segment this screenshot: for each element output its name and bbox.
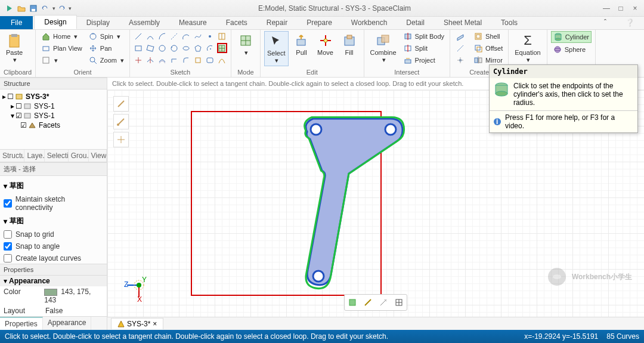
pan-button[interactable]: Pan <box>86 43 126 54</box>
axis-icon[interactable] <box>454 43 467 54</box>
corner-icon[interactable] <box>169 55 179 65</box>
paste-button[interactable]: Paste▾ <box>4 31 25 65</box>
split-curve-icon[interactable] <box>145 55 156 65</box>
tab-repair[interactable]: Repair <box>257 16 297 29</box>
plane-icon[interactable] <box>454 31 467 42</box>
tab-design[interactable]: Design <box>34 15 76 29</box>
window-close[interactable]: × <box>630 4 640 13</box>
zoom-button[interactable]: Zoom▾ <box>86 55 126 66</box>
sketch-mode-icon[interactable] <box>217 43 227 53</box>
structure-tree[interactable]: ▸☐SYS-3* ▸☐SYS-1 ▾☑SYS-1 ☑Facets <box>0 89 107 149</box>
view-grid-icon[interactable] <box>392 296 405 309</box>
tab-groups[interactable]: Grou... <box>69 150 89 162</box>
construction-line-icon[interactable] <box>169 31 179 41</box>
line-icon[interactable] <box>134 31 144 41</box>
tool-line[interactable] <box>113 96 129 112</box>
point-icon[interactable] <box>205 31 215 41</box>
sweep-arc-icon[interactable] <box>205 43 215 53</box>
tab-structure[interactable]: Structu... <box>0 150 24 162</box>
snap-angle-checkbox[interactable]: Snap to angle <box>4 240 103 252</box>
view-edit-icon[interactable] <box>361 296 374 309</box>
fill-button[interactable]: Fill <box>339 31 360 57</box>
tab-assembly[interactable]: Assembly <box>119 16 169 29</box>
cylinder-button[interactable]: Cylinder <box>551 31 592 43</box>
project-to-sketch-icon[interactable] <box>193 55 203 65</box>
tangent-arc-icon[interactable] <box>181 31 191 41</box>
tool-sketch[interactable] <box>113 114 129 129</box>
window-restore[interactable]: □ <box>615 4 626 13</box>
mode-button[interactable]: ▾ <box>235 31 256 58</box>
ellipse-icon[interactable] <box>181 43 191 53</box>
tree-item[interactable]: SYS-1 <box>34 112 55 120</box>
spline-icon[interactable] <box>193 31 203 41</box>
play-icon[interactable] <box>5 4 14 13</box>
doc-tab[interactable]: SYS-3* × <box>111 318 163 329</box>
tab-workbench[interactable]: Workbench <box>342 16 397 29</box>
planview-button[interactable]: Plan View <box>39 43 84 54</box>
undo-icon[interactable] <box>41 4 50 13</box>
collapse-icon[interactable]: ▾ <box>4 182 7 190</box>
ribbon-minimize-icon[interactable]: ˆ <box>595 16 616 29</box>
tab-properties[interactable]: Properties <box>0 317 43 330</box>
arc-icon[interactable] <box>157 31 168 41</box>
rectangle-icon[interactable] <box>134 43 144 53</box>
three-point-circle-icon[interactable] <box>169 43 179 53</box>
tab-selection[interactable]: Selecti... <box>45 150 69 162</box>
expand-icon[interactable]: ▾ <box>4 277 7 285</box>
tab-layers[interactable]: Laye... <box>24 150 44 162</box>
polygon-icon[interactable] <box>193 43 203 53</box>
circle-icon[interactable] <box>157 43 168 53</box>
tab-tools[interactable]: Tools <box>491 16 527 29</box>
tab-detail[interactable]: Detail <box>397 16 434 29</box>
tab-measure[interactable]: Measure <box>169 16 216 29</box>
pull-button[interactable]: Pull <box>291 31 312 57</box>
tree-leaf[interactable]: Facets <box>39 121 60 129</box>
fillet-icon[interactable] <box>181 55 191 65</box>
shell-button[interactable]: Shell <box>472 31 504 42</box>
color-swatch[interactable] <box>44 289 57 296</box>
redo-icon[interactable] <box>57 4 66 13</box>
tab-views[interactable]: Views <box>89 150 107 162</box>
window-minimize[interactable]: — <box>601 4 612 13</box>
point-create-icon[interactable] <box>454 55 467 66</box>
sketch-grid-icon[interactable] <box>217 31 227 41</box>
home-button[interactable]: Home▾ <box>39 31 84 42</box>
tab-appearance[interactable]: Appearance <box>43 317 92 330</box>
tool-move[interactable] <box>113 132 129 147</box>
project-button[interactable]: Project <box>401 55 447 66</box>
bend-icon[interactable] <box>217 55 227 65</box>
save-icon[interactable] <box>29 4 38 13</box>
axis-triad[interactable]: Z X Y <box>124 270 154 301</box>
tab-sheetmetal[interactable]: Sheet Metal <box>434 16 491 29</box>
sphere-button[interactable]: Sphere <box>551 44 592 55</box>
spin-button[interactable]: Spin▾ <box>86 31 126 42</box>
file-tab[interactable]: File <box>0 16 33 29</box>
tab-display[interactable]: Display <box>77 16 119 29</box>
offset-button[interactable]: Offset <box>472 43 504 54</box>
tree-item[interactable]: SYS-1 <box>34 102 55 110</box>
select-button[interactable]: Select▾ <box>264 31 289 66</box>
view-wand-icon[interactable] <box>377 296 390 309</box>
create-layout-checkbox[interactable]: Create layout curves <box>4 252 103 264</box>
tab-prepare[interactable]: Prepare <box>297 16 342 29</box>
create-rounded-icon[interactable] <box>205 55 215 65</box>
combine-button[interactable]: Combine▾ <box>368 31 399 65</box>
tangent-line-icon[interactable] <box>145 31 156 41</box>
model-shape[interactable] <box>292 108 435 299</box>
tree-root[interactable]: SYS-3* <box>26 92 49 101</box>
offset-curve-icon[interactable] <box>157 55 168 65</box>
topview-button[interactable]: ▾ <box>39 55 84 66</box>
splitbody-button[interactable]: Split Body <box>401 31 447 42</box>
maintain-connectivity-checkbox[interactable]: Maintain sketch connectivity <box>4 193 103 214</box>
three-point-rect-icon[interactable] <box>145 43 156 53</box>
move-button[interactable]: Move <box>315 31 336 57</box>
view-cube-icon[interactable] <box>346 296 359 309</box>
close-tab-icon[interactable]: × <box>153 320 157 328</box>
folder-icon[interactable] <box>17 4 26 13</box>
snap-grid-checkbox[interactable]: Snap to grid <box>4 228 103 240</box>
split-button[interactable]: Split <box>401 43 447 54</box>
help-icon[interactable]: ❔ <box>616 16 644 29</box>
equation-button[interactable]: Σ Equation▾ <box>512 31 543 65</box>
tab-facets[interactable]: Facets <box>216 16 257 29</box>
collapse-icon[interactable]: ▾ <box>4 217 7 225</box>
